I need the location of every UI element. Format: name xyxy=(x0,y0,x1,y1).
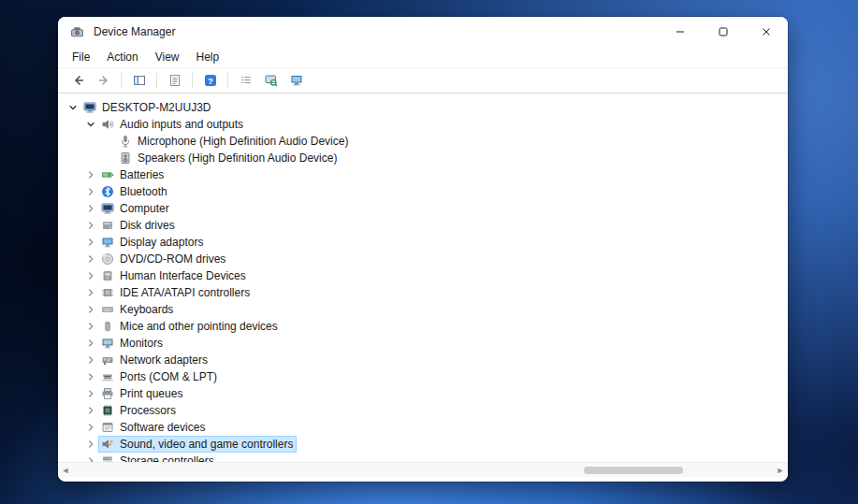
tree-item-batteries[interactable]: Batteries xyxy=(58,166,788,183)
tree-item-monitors[interactable]: Monitors xyxy=(58,335,788,352)
properties-button[interactable] xyxy=(162,70,187,92)
tree-item-content[interactable]: Mice and other pointing devices xyxy=(98,318,282,335)
chevron-right-icon[interactable] xyxy=(83,218,98,233)
tree-item-content[interactable]: Bluetooth xyxy=(98,183,171,200)
tree-item-network-adapters[interactable]: Network adapters xyxy=(58,352,788,368)
tree-item-ide-ata-atapi-controllers[interactable]: IDE ATA/ATAPI controllers xyxy=(58,284,788,301)
tree-item-content[interactable]: Microphone (High Definition Audio Device… xyxy=(116,133,352,150)
chevron-down-icon[interactable] xyxy=(83,117,98,132)
scan-hardware-changes-button[interactable] xyxy=(258,70,284,92)
maximize-button[interactable] xyxy=(702,17,745,47)
chevron-down-icon[interactable] xyxy=(65,100,80,115)
chevron-right-icon[interactable] xyxy=(83,319,98,334)
tree-item-content[interactable]: Ports (COM & LPT) xyxy=(98,368,221,385)
tree-item-print-queues[interactable]: Print queues xyxy=(58,385,788,402)
tree-item-content[interactable]: Display adaptors xyxy=(98,234,207,251)
tree-item-content[interactable]: Print queues xyxy=(98,385,186,402)
tree-item-content[interactable]: Network adapters xyxy=(98,352,211,368)
export-list-button[interactable] xyxy=(233,70,258,92)
tree-item-audio-inputs-and-outputs[interactable]: Audio inputs and outputs xyxy=(58,116,788,133)
tree-item-bluetooth[interactable]: Bluetooth xyxy=(58,183,788,200)
tree-item-content[interactable]: DESKTOP-M2UUJ3D xyxy=(80,99,214,116)
tree-item-display-adaptors[interactable]: Display adaptors xyxy=(58,234,788,251)
chevron-right-icon[interactable] xyxy=(83,353,98,367)
chevron-right-icon[interactable] xyxy=(83,235,98,250)
tree-item-content[interactable]: Processors xyxy=(98,402,180,419)
tree-item-content[interactable]: Sound, video and game controllers xyxy=(98,436,297,453)
chevron-right-icon[interactable] xyxy=(83,386,98,401)
ports-icon xyxy=(100,370,115,384)
back-button[interactable] xyxy=(65,70,91,92)
tree-item-software-devices[interactable]: Software devices xyxy=(58,419,788,436)
console-tree-button[interactable] xyxy=(126,70,152,92)
tree-item-mice-and-other-pointing-devices[interactable]: Mice and other pointing devices xyxy=(58,318,788,335)
help-button[interactable]: ? xyxy=(197,70,223,92)
menu-item-view[interactable]: View xyxy=(147,48,188,66)
tree-item-speakers-high-definition-audio-device[interactable]: Speakers (High Definition Audio Device) xyxy=(58,150,788,166)
tree-item-label: Audio inputs and outputs xyxy=(120,118,243,131)
device-manager-app-icon xyxy=(70,24,85,39)
tree-item-ports-com-lpt[interactable]: Ports (COM & LPT) xyxy=(58,368,788,385)
chevron-right-icon[interactable] xyxy=(83,302,98,317)
tree-item-content[interactable]: DVD/CD-ROM drives xyxy=(98,251,229,267)
toolbar-separator xyxy=(227,73,228,88)
chevron-right-icon[interactable] xyxy=(83,201,98,216)
tree-item-computer[interactable]: Computer xyxy=(58,200,788,217)
chevron-right-icon[interactable] xyxy=(83,252,98,266)
chevron-right-icon[interactable] xyxy=(83,268,98,283)
chevron-right-icon[interactable] xyxy=(83,184,98,199)
tree-item-content[interactable]: Audio inputs and outputs xyxy=(98,116,247,133)
tree-item-human-interface-devices[interactable]: Human Interface Devices xyxy=(58,267,788,284)
tree-item-label: Speakers (High Definition Audio Device) xyxy=(138,151,337,165)
devices-view-button[interactable] xyxy=(284,70,309,92)
tree-item-content[interactable]: Storage controllers xyxy=(98,453,218,462)
tree-item-disk-drives[interactable]: Disk drives xyxy=(58,217,788,234)
tree-item-label: Ports (COM & LPT) xyxy=(120,370,217,383)
expander-spacer xyxy=(101,151,116,166)
tree-item-dvd-cd-rom-drives[interactable]: DVD/CD-ROM drives xyxy=(58,251,788,267)
tree-item-sound-video-and-game-controllers[interactable]: Sound, video and game controllers xyxy=(58,436,788,453)
chevron-right-icon[interactable] xyxy=(83,167,98,182)
tree-item-content[interactable]: Monitors xyxy=(98,335,167,352)
tree-item-label: DVD/CD-ROM drives xyxy=(120,252,225,266)
tree-item-content[interactable]: Keyboards xyxy=(98,301,177,318)
tree-item-content[interactable]: IDE ATA/ATAPI controllers xyxy=(98,284,254,301)
chevron-right-icon[interactable] xyxy=(83,336,98,351)
tree-item-microphone-high-definition-audio-device[interactable]: Microphone (High Definition Audio Device… xyxy=(58,133,788,150)
chevron-right-icon[interactable] xyxy=(83,437,98,452)
tree-item-content[interactable]: Disk drives xyxy=(98,217,179,234)
tree-item-content[interactable]: Software devices xyxy=(98,419,209,436)
tree-item-keyboards[interactable]: Keyboards xyxy=(58,301,788,318)
tree-item-label: Bluetooth xyxy=(120,185,167,198)
chevron-right-icon[interactable] xyxy=(83,369,98,384)
toolbar-separator xyxy=(121,73,122,88)
scrollbar-thumb[interactable] xyxy=(584,467,683,474)
title-bar[interactable]: Device Manager xyxy=(58,17,788,47)
chevron-right-icon[interactable] xyxy=(83,403,98,418)
tree-item-content[interactable]: Computer xyxy=(98,200,173,217)
microphone-icon xyxy=(118,135,133,149)
menu-item-action[interactable]: Action xyxy=(98,48,146,66)
tree-item-storage-controllers[interactable]: Storage controllers xyxy=(58,453,788,462)
bluetooth-icon xyxy=(100,185,115,199)
horizontal-scrollbar[interactable]: ◄ ► xyxy=(58,462,788,477)
chevron-right-icon[interactable] xyxy=(83,285,98,300)
menu-item-help[interactable]: Help xyxy=(188,48,228,66)
toolbar: ? xyxy=(58,68,788,94)
tree-item-desktop-m2uuj3d[interactable]: DESKTOP-M2UUJ3D xyxy=(58,99,788,116)
close-button[interactable] xyxy=(745,17,788,47)
tree-item-content[interactable]: Speakers (High Definition Audio Device) xyxy=(116,150,341,166)
tree-item-content[interactable]: Batteries xyxy=(98,166,167,183)
scroll-left-icon[interactable]: ◄ xyxy=(58,463,73,478)
chevron-right-icon[interactable] xyxy=(83,420,98,435)
menu-item-file[interactable]: File xyxy=(64,48,98,66)
tree-item-processors[interactable]: Processors xyxy=(58,402,788,419)
tree-item-label: IDE ATA/ATAPI controllers xyxy=(120,286,250,299)
hid-icon xyxy=(100,269,115,283)
chevron-right-icon[interactable] xyxy=(83,454,98,462)
window-controls xyxy=(659,17,788,47)
forward-button[interactable] xyxy=(91,70,116,92)
tree-item-content[interactable]: Human Interface Devices xyxy=(98,267,250,284)
scroll-right-icon[interactable]: ► xyxy=(773,463,788,478)
minimize-button[interactable] xyxy=(659,17,702,47)
